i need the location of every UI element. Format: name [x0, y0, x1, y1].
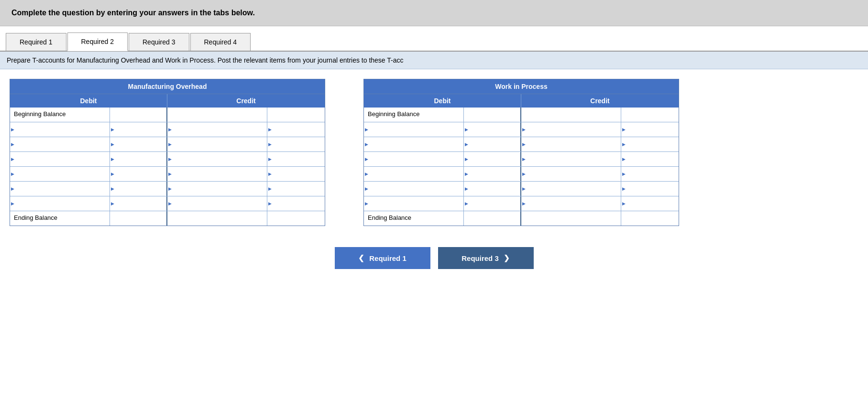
- mfg-entry4-credit-label-input[interactable]: [171, 170, 263, 177]
- wip-entry4-debit-input[interactable]: [468, 170, 516, 177]
- prev-button[interactable]: ❮ Required 1: [335, 247, 430, 269]
- mfg-ending-credit-input[interactable]: [271, 214, 321, 221]
- mfg-entry6-credit-label[interactable]: [167, 196, 267, 211]
- wip-entry4-credit-val[interactable]: [621, 167, 679, 181]
- wip-entry3-debit[interactable]: [464, 152, 521, 166]
- mfg-entry5-credit-label[interactable]: [167, 182, 267, 196]
- wip-entry6-credit-label-input[interactable]: [525, 199, 617, 206]
- mfg-entry2-debit[interactable]: [110, 137, 167, 151]
- wip-entry3-credit-label-input[interactable]: [525, 155, 617, 162]
- mfg-entry3-label[interactable]: [10, 152, 110, 166]
- mfg-entry1-credit-val-input[interactable]: [271, 125, 321, 132]
- wip-beginning-debit[interactable]: [464, 108, 521, 122]
- mfg-ending-credit-val[interactable]: [267, 211, 325, 226]
- wip-beginning-credit-val[interactable]: [621, 108, 679, 122]
- wip-entry2-credit-val-input[interactable]: [625, 140, 675, 147]
- mfg-entry2-credit-val-input[interactable]: [271, 140, 321, 147]
- mfg-entry6-debit-input[interactable]: [114, 199, 163, 206]
- wip-entry6-debit-input[interactable]: [468, 199, 516, 206]
- wip-entry6-label[interactable]: [364, 196, 464, 211]
- mfg-entry2-label[interactable]: [10, 137, 110, 151]
- mfg-beginning-debit[interactable]: [110, 108, 167, 122]
- wip-entry4-credit-val-input[interactable]: [625, 170, 675, 177]
- wip-entry4-label[interactable]: [364, 167, 464, 181]
- mfg-entry1-debit-input[interactable]: [114, 125, 163, 132]
- mfg-entry6-debit[interactable]: [110, 196, 167, 211]
- mfg-entry4-debit[interactable]: [110, 167, 167, 181]
- tab-required4[interactable]: Required 4: [190, 33, 251, 51]
- mfg-entry2-debit-input[interactable]: [114, 140, 163, 147]
- wip-entry1-debit-input[interactable]: [468, 125, 516, 132]
- tab-required1[interactable]: Required 1: [6, 33, 66, 51]
- mfg-entry2-credit-label[interactable]: [167, 137, 267, 151]
- mfg-entry4-credit-label[interactable]: [167, 167, 267, 181]
- wip-entry1-credit-label-input[interactable]: [525, 125, 617, 132]
- wip-entry6-credit-val-input[interactable]: [625, 199, 675, 206]
- mfg-entry1-label-input[interactable]: [14, 125, 106, 132]
- wip-ending-credit-val[interactable]: [621, 211, 679, 226]
- wip-entry1-debit[interactable]: [464, 122, 521, 137]
- wip-entry5-debit-input[interactable]: [468, 184, 516, 192]
- tab-required3[interactable]: Required 3: [129, 33, 189, 51]
- wip-ending-debit[interactable]: [464, 211, 521, 226]
- mfg-beginning-credit-val[interactable]: [267, 108, 325, 122]
- wip-entry6-debit[interactable]: [464, 196, 521, 211]
- wip-entry6-label-input[interactable]: [368, 199, 460, 206]
- wip-entry5-credit-label-input[interactable]: [525, 184, 617, 192]
- mfg-entry4-debit-input[interactable]: [114, 170, 163, 177]
- wip-beginning-debit-input[interactable]: [468, 110, 516, 118]
- tab-required2[interactable]: Required 2: [67, 32, 128, 51]
- mfg-entry6-credit-val[interactable]: [267, 196, 325, 211]
- wip-entry1-credit-val[interactable]: [621, 122, 679, 137]
- mfg-entry4-credit-val[interactable]: [267, 167, 325, 181]
- mfg-beginning-debit-input[interactable]: [114, 110, 163, 118]
- wip-entry6-credit-val[interactable]: [621, 196, 679, 211]
- wip-entry3-credit-val[interactable]: [621, 152, 679, 166]
- wip-entry2-credit-label-input[interactable]: [525, 140, 617, 147]
- wip-entry4-debit[interactable]: [464, 167, 521, 181]
- mfg-entry5-debit-input[interactable]: [114, 184, 163, 192]
- wip-entry1-credit-val-input[interactable]: [625, 125, 675, 132]
- wip-entry5-credit-val[interactable]: [621, 182, 679, 196]
- mfg-entry3-debit-input[interactable]: [114, 155, 163, 162]
- mfg-entry2-credit-val[interactable]: [267, 137, 325, 151]
- wip-entry1-label[interactable]: [364, 122, 464, 137]
- mfg-entry3-debit[interactable]: [110, 152, 167, 166]
- wip-entry2-label[interactable]: [364, 137, 464, 151]
- mfg-entry6-label[interactable]: [10, 196, 110, 211]
- mfg-ending-debit[interactable]: [110, 211, 167, 226]
- wip-entry4-credit-label[interactable]: [521, 167, 621, 181]
- wip-ending-debit-input[interactable]: [468, 214, 516, 221]
- wip-ending-credit-input[interactable]: [625, 214, 675, 221]
- mfg-entry3-credit-val-input[interactable]: [271, 155, 321, 162]
- mfg-entry1-credit-val[interactable]: [267, 122, 325, 137]
- wip-entry2-credit-val[interactable]: [621, 137, 679, 151]
- mfg-entry6-credit-val-input[interactable]: [271, 199, 321, 206]
- mfg-entry6-credit-label-input[interactable]: [171, 199, 263, 206]
- wip-entry5-credit-label[interactable]: [521, 182, 621, 196]
- wip-entry5-label[interactable]: [364, 182, 464, 196]
- mfg-entry5-credit-label-input[interactable]: [171, 184, 263, 192]
- mfg-entry5-debit[interactable]: [110, 182, 167, 196]
- wip-entry1-credit-label[interactable]: [521, 122, 621, 137]
- wip-entry3-debit-input[interactable]: [468, 155, 516, 162]
- wip-entry2-debit[interactable]: [464, 137, 521, 151]
- mfg-entry2-credit-label-input[interactable]: [171, 140, 263, 147]
- wip-entry2-debit-input[interactable]: [468, 140, 516, 147]
- wip-entry3-credit-label[interactable]: [521, 152, 621, 166]
- mfg-entry5-credit-val[interactable]: [267, 182, 325, 196]
- wip-entry5-label-input[interactable]: [368, 184, 460, 192]
- wip-entry1-label-input[interactable]: [368, 125, 460, 132]
- mfg-entry3-credit-val[interactable]: [267, 152, 325, 166]
- mfg-ending-debit-input[interactable]: [114, 214, 163, 221]
- mfg-beginning-credit-input[interactable]: [271, 110, 321, 118]
- wip-entry3-label-input[interactable]: [368, 155, 460, 162]
- mfg-entry1-debit[interactable]: [110, 122, 167, 137]
- mfg-entry4-label[interactable]: [10, 167, 110, 181]
- mfg-entry1-credit-label[interactable]: [167, 122, 267, 137]
- wip-entry5-debit[interactable]: [464, 182, 521, 196]
- wip-entry6-credit-label[interactable]: [521, 196, 621, 211]
- mfg-entry5-credit-val-input[interactable]: [271, 184, 321, 192]
- wip-entry5-credit-val-input[interactable]: [625, 184, 675, 192]
- next-button[interactable]: Required 3 ❯: [438, 247, 534, 269]
